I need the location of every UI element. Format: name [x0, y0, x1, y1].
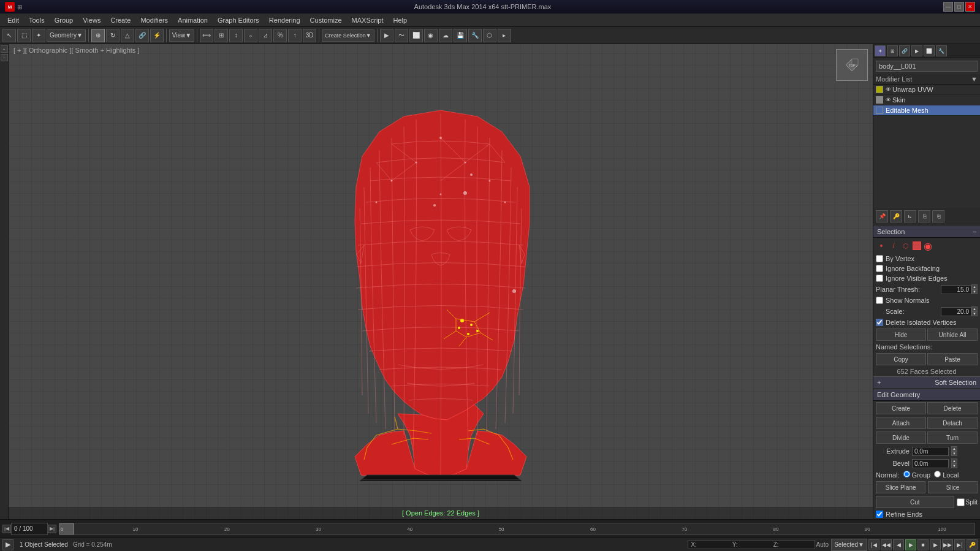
delete-button[interactable]: Delete — [927, 402, 978, 414]
selected-dropdown[interactable]: Selected▼ — [831, 539, 867, 551]
timeline-track[interactable]: 0 10 20 30 40 50 60 70 80 90 100 — [59, 523, 975, 535]
object-name-field[interactable]: body__L001 — [876, 61, 978, 72]
row-icon-paste[interactable]: ⎗ — [932, 210, 944, 222]
toolbar-render-env[interactable]: ☁ — [439, 29, 452, 42]
geometry-dropdown[interactable]: Geometry▼ — [47, 29, 86, 42]
unhide-all-button[interactable]: Unhide All — [927, 329, 978, 341]
anim-play[interactable]: ▶ — [905, 539, 916, 550]
toolbar-scale[interactable]: △ — [121, 29, 134, 42]
turn-button[interactable]: Turn — [927, 431, 978, 444]
delete-isolated-checkbox[interactable] — [876, 319, 883, 326]
menu-group[interactable]: Group — [50, 15, 78, 25]
planar-thresh-down[interactable]: ▼ — [971, 289, 978, 294]
toolbar-snap-3d[interactable]: 3D — [303, 29, 316, 42]
by-vertex-checkbox[interactable] — [876, 255, 883, 262]
toolbar-render-prod[interactable]: ◉ — [424, 29, 438, 42]
modifier-skin[interactable]: 👁 Skin — [873, 95, 980, 105]
toolbar-more[interactable]: ▸ — [498, 29, 511, 42]
cut-button[interactable]: Cut — [876, 496, 954, 508]
timeline-next[interactable]: ▶| — [48, 525, 56, 533]
scale-up[interactable]: ▲ — [971, 306, 978, 311]
split-checkbox[interactable] — [957, 498, 965, 506]
modifier-unwrap-uvw[interactable]: 👁 Unwrap UVW — [873, 85, 980, 95]
play-area-button[interactable]: ▶ — [2, 539, 13, 550]
anim-prev-key[interactable]: ◀◀ — [881, 539, 892, 550]
menu-customize[interactable]: Customize — [305, 15, 347, 25]
anim-start[interactable]: |◀ — [868, 539, 879, 550]
show-normals-checkbox[interactable] — [876, 297, 883, 304]
scale-input[interactable] — [941, 307, 971, 316]
slice-button[interactable]: Slice — [928, 481, 978, 493]
toolbar-select-type[interactable]: ✦ — [32, 29, 45, 42]
anim-prev-frame[interactable]: ◀ — [893, 539, 904, 550]
panel-tab-hierarchy[interactable]: 🔗 — [899, 45, 910, 56]
toolbar-select[interactable]: ↖ — [2, 29, 16, 42]
view-dropdown[interactable]: View▼ — [169, 29, 194, 42]
sel-border[interactable]: ⬡ — [900, 240, 911, 251]
menu-maxscript[interactable]: MAXScript — [347, 15, 389, 25]
extrude-down[interactable]: ▼ — [951, 451, 957, 456]
bevel-input[interactable] — [912, 459, 949, 468]
paste-button[interactable]: Paste — [927, 353, 978, 365]
scale-spinner[interactable]: ▲ ▼ — [971, 306, 978, 316]
toolbar-angle-snap[interactable]: ⊿ — [259, 29, 272, 42]
local-radio[interactable] — [934, 471, 941, 477]
menu-graph-editors[interactable]: Graph Editors — [213, 15, 264, 25]
toolbar-play[interactable]: ▶ — [380, 29, 393, 42]
toolbar-rotate[interactable]: ↻ — [106, 29, 120, 42]
group-radio[interactable] — [903, 471, 910, 477]
toolbar-wire[interactable]: ⬡ — [483, 29, 496, 42]
menu-edit[interactable]: Edit — [2, 15, 24, 25]
toolbar-percent-snap[interactable]: % — [273, 29, 287, 42]
toolbar-autoback[interactable]: 💾 — [454, 29, 467, 42]
left-panel-btn1[interactable]: + — [1, 45, 8, 53]
panel-tab-display[interactable]: ⬜ — [924, 45, 935, 56]
extrude-spinner[interactable]: ▲ ▼ — [951, 446, 957, 456]
refine-ends-checkbox[interactable] — [876, 511, 883, 518]
toolbar-obj-props[interactable]: 🔧 — [468, 29, 482, 42]
toolbar-curves[interactable]: 〜 — [395, 29, 408, 42]
menu-tools[interactable]: Tools — [24, 15, 50, 25]
bevel-up[interactable]: ▲ — [951, 458, 957, 463]
toolbar-render-frame[interactable]: ⬜ — [409, 29, 423, 42]
sel-face[interactable] — [913, 241, 921, 250]
minimize-button[interactable]: — — [943, 2, 953, 12]
toolbar-mirror[interactable]: ⟺ — [200, 29, 213, 42]
hide-button[interactable]: Hide — [876, 329, 926, 341]
toolbar-normal-align[interactable]: ↕ — [229, 29, 243, 42]
create-selection-dropdown[interactable]: Create Selection▼ — [322, 29, 374, 42]
left-panel-btn2[interactable]: − — [1, 54, 8, 61]
menu-animation[interactable]: Animation — [173, 15, 213, 25]
slice-plane-button[interactable]: Slice Plane — [876, 481, 925, 493]
restore-button[interactable]: □ — [954, 2, 964, 12]
close-button[interactable]: ✕ — [965, 2, 975, 12]
bevel-down[interactable]: ▼ — [951, 463, 957, 468]
timeline-prev[interactable]: |◀ — [2, 525, 11, 533]
menu-create[interactable]: Create — [105, 15, 135, 25]
panel-tab-modify[interactable]: ⊞ — [887, 45, 898, 56]
extrude-input[interactable] — [912, 447, 949, 456]
detach-button[interactable]: Detach — [927, 417, 978, 429]
ignore-visible-edges-checkbox[interactable] — [876, 275, 883, 282]
ignore-backfacing-checkbox[interactable] — [876, 265, 883, 272]
sel-element[interactable]: ◉ — [922, 240, 933, 251]
extrude-up[interactable]: ▲ — [951, 446, 957, 451]
anim-next-frame[interactable]: ▶ — [930, 539, 941, 550]
row-icon-copy[interactable]: ⎘ — [918, 210, 930, 222]
toolbar-unlink[interactable]: ⚡ — [150, 29, 164, 42]
menu-help[interactable]: Help — [389, 15, 412, 25]
anim-next-key[interactable]: ▶▶ — [942, 539, 953, 550]
toolbar-align[interactable]: ⊞ — [215, 29, 228, 42]
menu-views[interactable]: Views — [78, 15, 105, 25]
panel-tab-motion[interactable]: ▶ — [911, 45, 922, 56]
toolbar-link[interactable]: 🔗 — [135, 29, 149, 42]
viewport[interactable]: [ + ][ Orthographic ][ Smooth + Highligh… — [9, 44, 873, 519]
row-icon-key[interactable]: 🔑 — [890, 210, 902, 222]
scale-down[interactable]: ▼ — [971, 311, 978, 316]
row-icon-funnel[interactable]: ⊾ — [904, 210, 916, 222]
toolbar-move[interactable]: ⊕ — [91, 29, 105, 42]
toolbar-region-select[interactable]: ⬚ — [17, 29, 31, 42]
planar-thresh-spinner[interactable]: ▲ ▼ — [971, 284, 978, 294]
menu-modifiers[interactable]: Modifiers — [135, 15, 173, 25]
panel-tab-utilities[interactable]: 🔧 — [936, 45, 947, 56]
